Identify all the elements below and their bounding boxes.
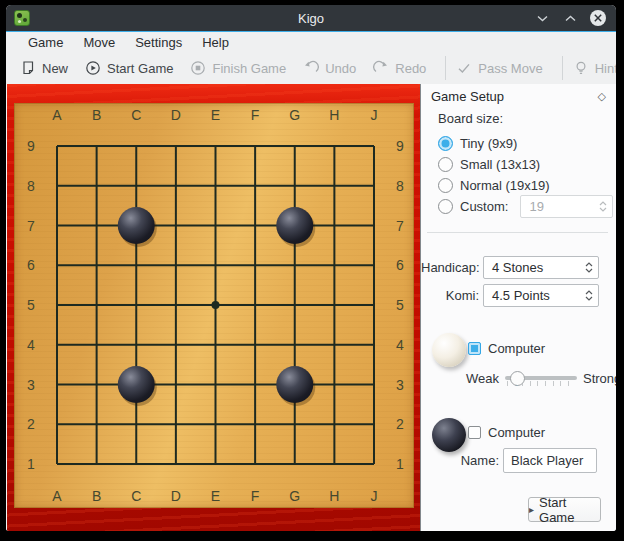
- maximize-button[interactable]: [561, 9, 579, 27]
- svg-text:5: 5: [396, 297, 404, 313]
- black-player-name-input[interactable]: Black Player: [503, 448, 597, 473]
- minimize-button[interactable]: [533, 9, 551, 27]
- handicap-row: Handicap: 4 Stones: [421, 256, 599, 279]
- chevron-down-icon: [585, 296, 593, 301]
- menu-settings[interactable]: Settings: [125, 33, 192, 52]
- svg-text:7: 7: [27, 218, 35, 234]
- name-label: Name:: [441, 453, 499, 468]
- svg-text:1: 1: [27, 456, 35, 472]
- svg-text:G: G: [289, 107, 300, 123]
- white-computer-checkbox[interactable]: [468, 342, 481, 355]
- strength-slider-row: Weak Strong: [466, 368, 616, 388]
- svg-text:E: E: [211, 107, 220, 123]
- kigo-window: Kigo Game Move Settings Help: [6, 5, 616, 531]
- custom-size-spinbox[interactable]: 19: [520, 195, 613, 218]
- svg-text:G: G: [289, 488, 300, 504]
- spin-buttons[interactable]: [599, 196, 607, 217]
- svg-text:H: H: [329, 107, 339, 123]
- menu-bar: Game Move Settings Help: [6, 32, 616, 52]
- svg-text:1: 1: [396, 456, 404, 472]
- chevron-down-icon: [599, 207, 607, 212]
- finish-game-button[interactable]: Finish Game: [190, 60, 286, 76]
- board-size-label: Board size:: [438, 111, 503, 126]
- pass-move-button[interactable]: Pass Move: [456, 60, 542, 76]
- toolbar-separator: [445, 56, 446, 80]
- panel-header: Game Setup ◇: [421, 84, 616, 108]
- spin-buttons[interactable]: [585, 285, 593, 306]
- hint-button[interactable]: Hint: [573, 60, 616, 76]
- svg-text:B: B: [92, 488, 101, 504]
- svg-text:F: F: [251, 488, 260, 504]
- komi-label: Komi:: [421, 288, 479, 303]
- white-computer-row[interactable]: Computer: [468, 341, 545, 355]
- chevron-up-icon: [585, 262, 593, 267]
- start-game-panel-button[interactable]: ▸ Start Game: [528, 497, 601, 522]
- svg-text:9: 9: [396, 138, 404, 154]
- dock-float-icon[interactable]: ◇: [598, 91, 606, 102]
- chevron-down-icon: [585, 268, 593, 273]
- svg-text:2: 2: [27, 416, 35, 432]
- black-computer-checkbox[interactable]: [468, 426, 481, 439]
- white-stone-image: [432, 333, 466, 367]
- radio-small[interactable]: Small (13x13): [438, 155, 540, 174]
- separator: [427, 232, 608, 233]
- toolbar-separator: [562, 56, 563, 80]
- toolbar: New Start Game Finish Game Undo Redo: [6, 52, 616, 84]
- svg-text:E: E: [211, 488, 220, 504]
- svg-text:6: 6: [396, 257, 404, 273]
- strength-slider[interactable]: [505, 368, 577, 388]
- weak-label: Weak: [466, 371, 499, 386]
- radio-tiny[interactable]: Tiny (9x9): [438, 134, 517, 153]
- chevron-up-icon: [585, 290, 593, 295]
- menu-move[interactable]: Move: [73, 33, 125, 52]
- redo-button[interactable]: Redo: [373, 60, 426, 76]
- svg-text:F: F: [251, 107, 260, 123]
- black-computer-row[interactable]: Computer: [468, 425, 545, 439]
- svg-text:H: H: [329, 488, 339, 504]
- svg-text:D: D: [171, 488, 181, 504]
- black-stone-image: [432, 418, 466, 452]
- radio-normal[interactable]: Normal (19x19): [438, 176, 550, 195]
- radio-dot[interactable]: [438, 157, 453, 172]
- radio-dot[interactable]: [438, 199, 453, 214]
- start-game-button[interactable]: Start Game: [85, 60, 173, 76]
- radio-dot[interactable]: [438, 136, 453, 151]
- svg-text:3: 3: [396, 377, 404, 393]
- stop-circle-icon: [190, 60, 206, 76]
- menu-game[interactable]: Game: [18, 33, 73, 52]
- go-board-svg[interactable]: AABBCCDDEEFFGGHHJJ998877665544332211: [14, 103, 414, 508]
- handicap-spinbox[interactable]: 4 Stones: [483, 256, 599, 279]
- radio-dot[interactable]: [438, 178, 453, 193]
- undo-arrow-icon: [303, 60, 319, 76]
- svg-text:4: 4: [27, 337, 35, 353]
- undo-button[interactable]: Undo: [303, 60, 356, 76]
- svg-text:5: 5: [27, 297, 35, 313]
- radio-custom[interactable]: Custom: 19: [438, 197, 613, 216]
- svg-text:7: 7: [396, 218, 404, 234]
- new-document-icon: [20, 60, 36, 76]
- play-circle-icon: [85, 60, 101, 76]
- svg-text:B: B: [92, 107, 101, 123]
- close-button[interactable]: [589, 9, 607, 27]
- svg-text:D: D: [171, 107, 181, 123]
- svg-text:9: 9: [27, 138, 35, 154]
- komi-row: Komi: 4.5 Points: [421, 284, 599, 307]
- window-title: Kigo: [6, 11, 616, 26]
- chevron-up-icon: [599, 201, 607, 206]
- svg-text:6: 6: [27, 257, 35, 273]
- svg-text:8: 8: [396, 178, 404, 194]
- menu-help[interactable]: Help: [192, 33, 239, 52]
- strength-slider-handle[interactable]: [510, 371, 525, 386]
- new-button[interactable]: New: [20, 60, 68, 76]
- komi-spinbox[interactable]: 4.5 Points: [483, 284, 599, 307]
- svg-text:C: C: [131, 107, 141, 123]
- lightbulb-icon: [573, 60, 589, 76]
- game-setup-panel: Game Setup ◇ Board size: Tiny (9x9) Smal…: [420, 84, 616, 531]
- spin-buttons[interactable]: [585, 257, 593, 278]
- svg-text:J: J: [371, 107, 378, 123]
- title-bar: Kigo: [6, 5, 616, 32]
- panel-title: Game Setup: [431, 89, 504, 104]
- svg-text:C: C: [131, 488, 141, 504]
- svg-text:2: 2: [396, 416, 404, 432]
- svg-text:J: J: [371, 488, 378, 504]
